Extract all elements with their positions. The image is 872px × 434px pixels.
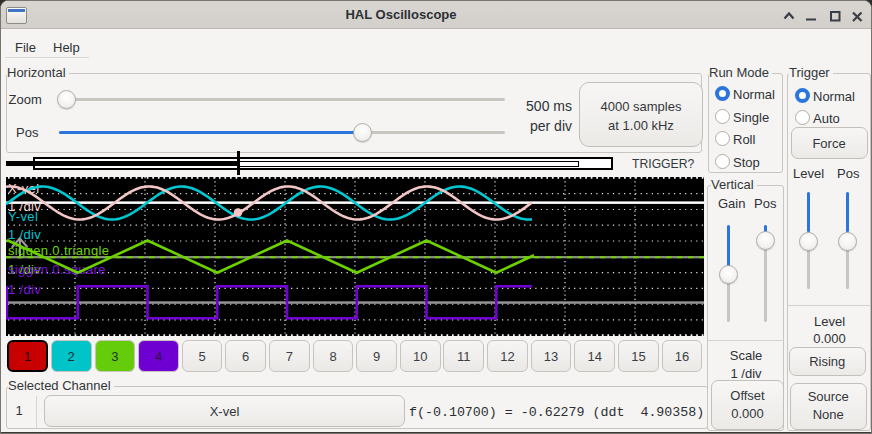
svg-text:siggen.0.triangle: siggen.0.triangle bbox=[8, 243, 109, 258]
svg-text:Y-vel: Y-vel bbox=[8, 209, 38, 224]
svg-text:siggen.0.square: siggen.0.square bbox=[8, 262, 106, 277]
svg-text:1 /div: 1 /div bbox=[8, 227, 41, 242]
svg-text:1 /div: 1 /div bbox=[8, 282, 41, 297]
